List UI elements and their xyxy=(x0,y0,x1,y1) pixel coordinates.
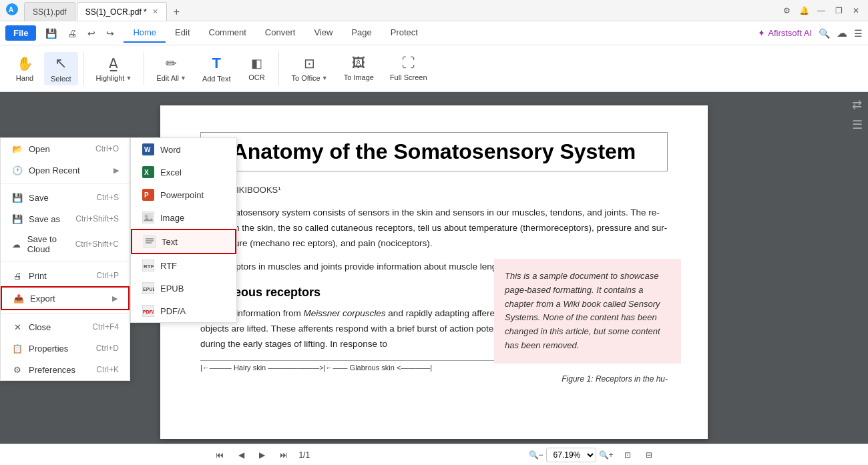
menu-bar: File 💾 🖨 ↩ ↪ Home Edit Comment Convert V… xyxy=(0,21,868,45)
undo-action-icon[interactable]: ↩ xyxy=(83,27,99,40)
menu-print[interactable]: 🖨 Print Ctrl+P xyxy=(1,265,130,286)
app-logo: A xyxy=(5,3,19,18)
next-page-button[interactable]: ▶ xyxy=(255,449,269,461)
first-page-button[interactable]: ⏮ xyxy=(212,449,228,461)
tab-ss1-ocr-pdf[interactable]: SS(1)_OCR.pdf * ✕ xyxy=(77,2,167,21)
print-icon: 🖨 xyxy=(11,270,23,282)
excel-icon: X xyxy=(142,165,155,179)
settings-icon[interactable]: ⚙ xyxy=(780,4,793,17)
ocr-icon: ◧ xyxy=(251,56,262,71)
print-action-icon[interactable]: 🖨 xyxy=(63,27,81,40)
to-image-button[interactable]: 🖼 To Image xyxy=(337,53,381,84)
open-recent-arrow: ▶ xyxy=(114,166,119,175)
menu-save[interactable]: 💾 Save Ctrl+S xyxy=(1,187,130,208)
zoom-control[interactable]: 🔍− 67.19% 50% 75% 100% 🔍+ xyxy=(529,448,614,462)
export-excel[interactable]: X Excel xyxy=(131,161,236,183)
tab-ss1-pdf[interactable]: SS(1).pdf xyxy=(24,2,75,21)
menu-close[interactable]: ✕ Close Ctrl+F4 xyxy=(1,316,130,338)
prev-page-button[interactable]: ◀ xyxy=(234,449,248,461)
full-screen-button[interactable]: ⛶ Full Screen xyxy=(383,53,434,84)
save-action-icon[interactable]: 💾 xyxy=(41,27,61,40)
notification-icon[interactable]: 🔔 xyxy=(797,4,811,17)
export-image[interactable]: Image xyxy=(131,206,236,229)
cloud-button[interactable]: ☁ xyxy=(837,27,847,39)
menu-preferences[interactable]: ⚙ Preferences Ctrl+K xyxy=(1,359,130,380)
window-controls: ⚙ 🔔 — ❐ ✕ xyxy=(780,4,863,17)
tab-bar: SS(1).pdf SS(1)_OCR.pdf * ✕ + xyxy=(24,0,780,21)
export-pdfa[interactable]: PDF/A PDF/A xyxy=(131,300,236,322)
svg-text:RTF: RTF xyxy=(144,264,154,270)
zoom-select[interactable]: 67.19% 50% 75% 100% xyxy=(546,448,596,462)
fit-page-button[interactable]: ⊡ xyxy=(620,449,635,461)
separator-1 xyxy=(83,52,84,85)
minimize-button[interactable]: — xyxy=(815,4,828,17)
highlight-tool-button[interactable]: A̲ Highlight ▼ xyxy=(89,53,139,85)
menu-open-recent[interactable]: 🕐 Open Recent ▶ xyxy=(1,159,130,181)
menu-save-cloud[interactable]: ☁ Save to Cloud Ctrl+Shift+C xyxy=(1,229,130,259)
file-menu-button[interactable]: File xyxy=(5,25,36,41)
search-button[interactable]: 🔍 xyxy=(819,28,830,39)
last-page-button[interactable]: ⏭ xyxy=(276,449,292,461)
edit-all-icon: ✏ xyxy=(166,55,177,71)
close-menu-icon: ✕ xyxy=(11,321,23,333)
properties-icon: 📋 xyxy=(11,342,23,354)
rtf-export-icon: RTF xyxy=(142,259,155,272)
separator-2 xyxy=(144,52,144,85)
svg-text:X: X xyxy=(144,169,149,176)
tab-view[interactable]: View xyxy=(304,23,342,43)
zoom-out-button[interactable]: 🔍− xyxy=(529,450,544,460)
to-office-button[interactable]: ⊡ To Office ▼ xyxy=(284,53,334,85)
document-title: Anatomy of the Somatosensory System xyxy=(200,132,668,171)
quick-actions: 💾 🖨 ↩ ↪ xyxy=(41,27,118,40)
tab-page[interactable]: Page xyxy=(342,23,381,43)
edit-all-button[interactable]: ✏ Edit All ▼ xyxy=(150,53,193,85)
add-text-button[interactable]: T Add Text xyxy=(196,52,238,85)
menu-export[interactable]: 📤 Export ▶ xyxy=(1,286,130,310)
tab-close-icon[interactable]: ✕ xyxy=(152,7,158,16)
afirstsoft-ai-button[interactable]: ✦ Afirstsoft AI xyxy=(758,28,812,38)
close-button[interactable]: ✕ xyxy=(849,4,863,17)
new-tab-button[interactable]: + xyxy=(168,3,185,21)
export-powerpoint[interactable]: P Powerpoint xyxy=(131,183,236,206)
ai-star-icon: ✦ xyxy=(758,28,765,38)
menu-save-as[interactable]: 💾 Save as Ctrl+Shift+S xyxy=(1,208,130,229)
word-icon: W xyxy=(142,143,155,156)
panel-toggle-button[interactable]: ☰ xyxy=(854,28,863,39)
svg-text:PDF/A: PDF/A xyxy=(143,310,154,314)
ocr-button[interactable]: ◧ OCR xyxy=(240,53,273,84)
menu-sep-1 xyxy=(1,183,130,184)
restore-button[interactable]: ❐ xyxy=(832,4,845,17)
redo-action-icon[interactable]: ↪ xyxy=(102,27,118,40)
title-bar: A SS(1).pdf SS(1)_OCR.pdf * ✕ + ⚙ 🔔 — ❐ … xyxy=(0,0,868,21)
add-text-icon: T xyxy=(212,55,220,72)
tab-convert[interactable]: Convert xyxy=(256,23,305,43)
export-rtf[interactable]: RTF RTF xyxy=(131,254,236,277)
page-indicator: 1/1 xyxy=(298,450,310,460)
hand-tool-button[interactable]: ✋ Hand xyxy=(8,53,41,85)
image-export-icon xyxy=(142,211,155,224)
menu-properties[interactable]: 📋 Properties Ctrl+D xyxy=(1,338,130,359)
export-word[interactable]: W Word xyxy=(131,138,236,161)
export-arrow: ▶ xyxy=(112,294,118,303)
properties-panel-icon[interactable]: ☰ xyxy=(852,117,863,132)
tab-protect[interactable]: Protect xyxy=(381,23,427,43)
tab-edit[interactable]: Edit xyxy=(166,23,199,43)
export-text[interactable]: Text xyxy=(131,229,236,254)
menu-open[interactable]: 📂 Open Ctrl+O xyxy=(1,138,130,159)
powerpoint-icon: P xyxy=(142,188,155,201)
document-source: FROM WIKIBOOKS¹ xyxy=(200,185,668,195)
export-epub[interactable]: EPUB EPUB xyxy=(131,277,236,300)
select-tool-button[interactable]: ↖ Select xyxy=(44,52,78,85)
pdfa-export-icon: PDF/A xyxy=(142,304,155,318)
tab-home[interactable]: Home xyxy=(124,23,166,43)
epub-export-icon: EPUB xyxy=(142,282,155,295)
fit-width-button[interactable]: ⊟ xyxy=(642,449,656,461)
to-office-dropdown-arrow: ▼ xyxy=(322,75,328,81)
menu-right-controls: ✦ Afirstsoft AI 🔍 ☁ ☰ xyxy=(758,27,863,39)
zoom-in-button[interactable]: 🔍+ xyxy=(599,450,614,460)
figure-caption: Figure 1: Receptors in the hu- xyxy=(562,374,668,384)
translate-panel-icon[interactable]: ⇄ xyxy=(852,97,863,112)
tab-comment[interactable]: Comment xyxy=(200,23,256,43)
hand-icon: ✋ xyxy=(17,55,33,71)
document-intro: The somatosensory system consists of sen… xyxy=(200,205,668,252)
